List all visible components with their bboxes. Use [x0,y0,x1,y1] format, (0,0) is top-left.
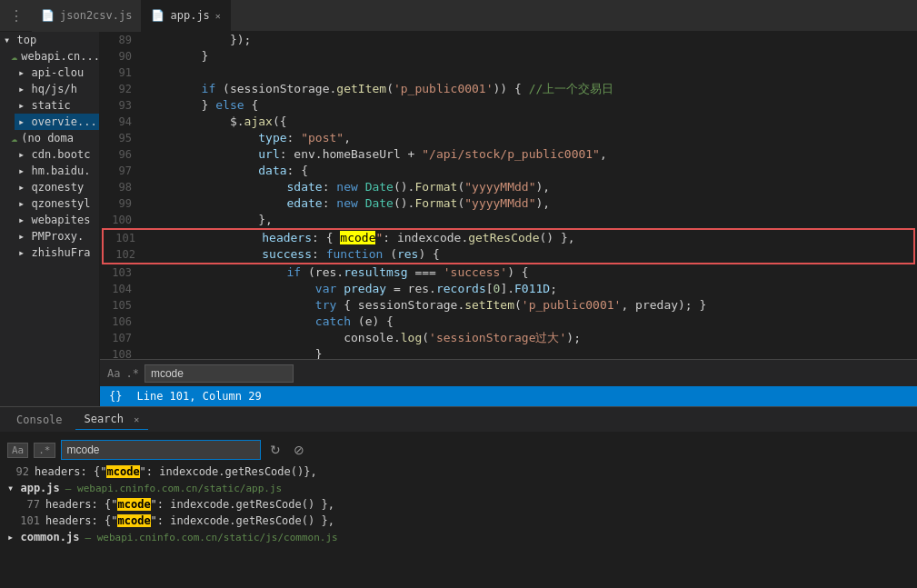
search-case-toggle[interactable]: Aa [7,443,28,458]
panel-tab-console[interactable]: Console [7,410,72,430]
code-line-107: 107 console.log('sessionStorage过大'); [100,330,917,346]
find-bar: Aa .* [100,359,917,386]
tab-bar: ⋮ 📄 json2csv.js 📄 app.js ✕ [0,0,917,32]
code-line-91: 91 [100,65,917,81]
tab-bar-menu-icon[interactable]: ⋮ [0,0,32,32]
sidebar-item-pmproxy[interactable]: ▸ PMProxy. [15,228,99,244]
search-regex-toggle[interactable]: .* [34,443,55,458]
editor-area: 89 }); 90 } 91 92 if (sessionStorage.get… [100,32,917,406]
sidebar-item-static[interactable]: ▸ static [15,97,99,114]
panel-tab-search[interactable]: Search ✕ [75,409,149,430]
search-refresh-button[interactable]: ↻ [266,443,284,457]
sidebar-item-webapi[interactable]: ☁ webapi.cn... [7,48,99,65]
code-line-102: 102 success: function (res) { [104,246,913,263]
sidebar-item-top[interactable]: ▾ top [0,32,99,48]
search-result-appjs-77[interactable]: 77 headers: {"mcode": indexcode.getResCo… [0,496,917,513]
search-field[interactable] [61,440,261,460]
search-clear-button[interactable]: ⊘ [290,443,308,457]
search-result-common-label: ▸ common.js [7,531,79,543]
code-line-100: 100 }, [100,212,917,228]
code-line-106: 106 catch (e) { [100,314,917,330]
tab-app-js-icon: 📄 [151,9,164,22]
panel-tab-search-close[interactable]: ✕ [134,414,139,424]
search-results-panel: Aa .* ↻ ⊘ 92 headers: {"mcode": indexcod… [0,433,917,588]
tab-app-js[interactable]: 📄 app.js ✕ [142,0,230,32]
sidebar-item-qzonestyl[interactable]: ▸ qzonestyl [15,195,99,212]
code-line-89: 89 }); [100,32,917,48]
find-regex-toggle[interactable]: .* [125,367,138,380]
code-line-97: 97 data: { [100,163,917,179]
status-position: Line 101, Column 29 [136,390,261,403]
tab-app-js-close[interactable]: ✕ [215,11,221,21]
bottom-panel: Console Search ✕ Aa .* ↻ ⊘ 92 headers: {… [0,406,917,588]
sidebar-item-zhishufra[interactable]: ▸ zhishuFra [15,244,99,261]
search-result-file-label: ▾ app.js [7,482,60,494]
sidebar-item-overview[interactable]: ▸ overvie... [15,114,99,130]
find-case-sensitive-toggle[interactable]: Aa [107,367,120,380]
search-result-appjs-101[interactable]: 101 headers: {"mcode": indexcode.getResC… [0,513,917,529]
sidebar-item-qzonesty[interactable]: ▸ qzonesty [15,179,99,195]
code-line-99: 99 edate: new Date().Format("yyyyMMdd"), [100,195,917,212]
find-input[interactable] [145,364,294,383]
search-result-file-url: — webapi.cninfo.com.cn/static/app.js [65,483,282,494]
code-line-92: 92 if (sessionStorage.getItem('p_public0… [100,81,917,97]
search-result-common-url: — webapi.cninfo.com.cn/static/js/common.… [85,532,337,543]
code-line-104: 104 var preday = res.records[0].F011D; [100,281,917,297]
red-box-highlight: 101 headers: { mcode": indexcode.getResC… [102,228,915,264]
search-result-file-commonjs[interactable]: ▸ common.js — webapi.cninfo.com.cn/stati… [0,529,917,545]
main-content: ▾ top ☁ webapi.cn... ▸ api-clou ▸ hq/js/… [0,32,917,406]
code-line-108: 108 } [100,346,917,359]
tab-json2csv-label: json2csv.js [60,9,132,22]
status-bracket-icon: {} [109,390,122,403]
app-window: ⋮ 📄 json2csv.js 📄 app.js ✕ ▾ top ☁ webap… [0,0,917,588]
code-line-98: 98 sdate: new Date().Format("yyyyMMdd"), [100,179,917,195]
code-line-95: 95 type: "post", [100,130,917,146]
code-line-101: 101 headers: { mcode": indexcode.getResC… [104,230,913,246]
sidebar: ▾ top ☁ webapi.cn... ▸ api-clou ▸ hq/js/… [0,32,100,406]
sidebar-item-cdn[interactable]: ▸ cdn.bootc [15,146,99,163]
code-line-103: 103 if (res.resultmsg === 'success') { [100,264,917,281]
sidebar-item-hm-baidu[interactable]: ▸ hm.baidu. [15,163,99,179]
tab-app-js-label: app.js [170,9,209,22]
code-line-90: 90 } [100,48,917,65]
sidebar-item-api-cloud[interactable]: ▸ api-clou [15,65,99,81]
status-bar: {} Line 101, Column 29 [100,386,917,406]
sidebar-item-webapites[interactable]: ▸ webapites [15,212,99,228]
code-line-93: 93 } else { [100,97,917,114]
sidebar-item-hq[interactable]: ▸ hq/js/h [15,81,99,97]
tab-json2csv-icon: 📄 [41,9,55,22]
panel-tab-console-label: Console [16,414,63,426]
code-line-105: 105 try { sessionStorage.setItem('p_publ… [100,297,917,314]
code-editor: 89 }); 90 } 91 92 if (sessionStorage.get… [100,32,917,359]
search-result-file-appjs[interactable]: ▾ app.js — webapi.cninfo.com.cn/static/a… [0,480,917,496]
sidebar-item-nodomain[interactable]: ☁ (no doma [7,130,99,146]
code-line-96: 96 url: env.homeBaseUrl + "/api/stock/p_… [100,146,917,163]
search-input-row: Aa .* ↻ ⊘ [0,436,917,463]
panel-tab-bar: Console Search ✕ [0,407,917,433]
code-line-94: 94 $.ajax({ [100,114,917,130]
search-result-item-92-standalone[interactable]: 92 headers: {"mcode": indexcode.getResCo… [0,463,917,480]
tab-json2csv[interactable]: 📄 json2csv.js [32,0,142,32]
panel-tab-search-label: Search [85,413,124,425]
